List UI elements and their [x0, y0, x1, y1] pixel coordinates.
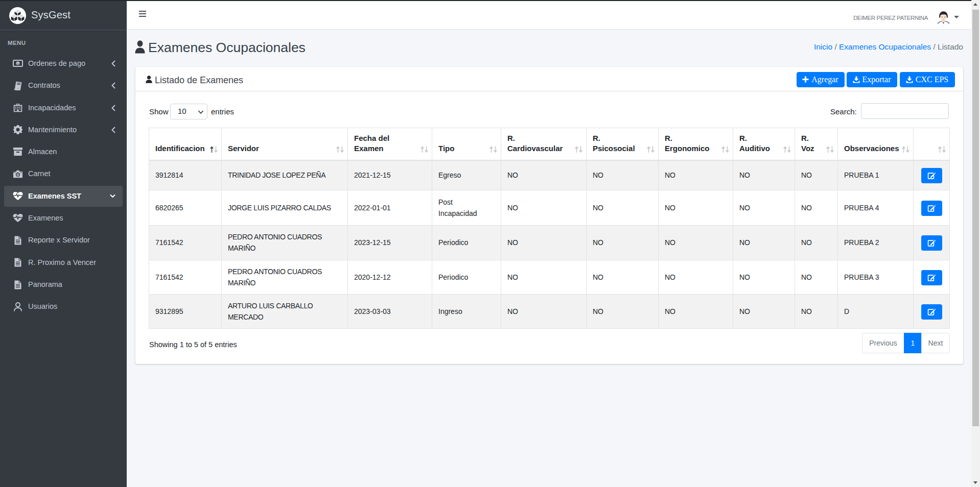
- svg-text:1: 1: [17, 62, 18, 65]
- svg-text:H: H: [17, 104, 18, 106]
